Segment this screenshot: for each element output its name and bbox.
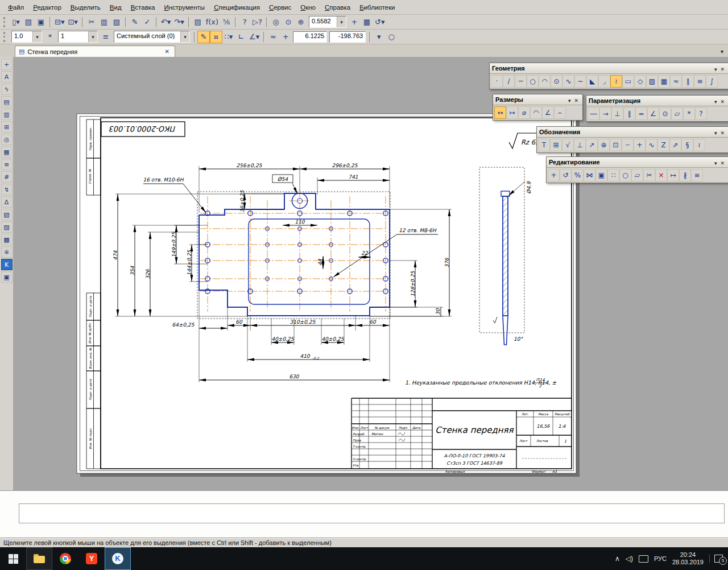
designations-palette-titlebar[interactable]: Обозначения ▾✕ — [537, 127, 728, 138]
toolbar-separator[interactable] — [263, 32, 264, 42]
panel-hatch-icon[interactable]: ▧ — [1, 209, 13, 220]
close-icon[interactable]: ✕ — [718, 130, 726, 136]
linear-dimension-icon[interactable]: ↦ — [506, 106, 518, 119]
auto-dimension-icon[interactable]: ↔ — [494, 106, 506, 119]
coordinates-button[interactable]: + — [279, 31, 292, 43]
tab-list-chevron-icon[interactable]: ▾ — [721, 48, 723, 55]
segment-icon[interactable]: ─ — [515, 75, 527, 88]
equal-icon[interactable]: = — [635, 108, 647, 120]
delete-segment-icon[interactable]: × — [655, 169, 667, 181]
chamfer-icon[interactable]: ◣ — [586, 75, 598, 88]
chevron-down-icon[interactable]: ▾ — [32, 31, 42, 42]
close-icon[interactable]: ✕ — [572, 98, 580, 104]
panel-ref-icon[interactable]: ※ — [1, 246, 13, 258]
section-icon[interactable]: § — [681, 139, 693, 151]
copy-icon[interactable]: ▣ — [595, 169, 607, 181]
tray-chevron-up-icon[interactable]: ∧ — [615, 555, 620, 563]
fillet-icon[interactable]: ◞ — [598, 75, 610, 88]
rotate-icon[interactable]: ↺ — [560, 169, 572, 181]
horizontal-constraint-icon[interactable]: ― — [588, 108, 599, 120]
panel-kompas-icon[interactable]: K — [1, 259, 13, 270]
position-mark-icon[interactable]: ⊕ — [598, 139, 610, 151]
fix-point-icon[interactable]: ▱ — [671, 108, 683, 120]
tolerance-frame-icon[interactable]: ⊡ — [610, 139, 622, 151]
pan-button[interactable]: + — [348, 16, 361, 28]
library-manager-button[interactable]: ▤ — [192, 16, 204, 28]
line-style-button[interactable]: * — [44, 31, 56, 43]
ellipse-icon[interactable]: ⊙ — [551, 75, 562, 88]
line-weight-combo[interactable]: 1.0 ▾ — [11, 31, 42, 43]
datum-icon[interactable]: ⊥ — [574, 139, 586, 151]
move-icon[interactable]: + — [548, 169, 560, 181]
spline-icon[interactable]: ∫ — [706, 75, 718, 88]
panel-snap-icon[interactable]: ϟ — [1, 84, 13, 95]
copy-properties-button[interactable]: ✎ — [129, 16, 141, 28]
variables-button[interactable]: f(x) — [204, 16, 220, 28]
perpendicular-icon[interactable]: ⊥ — [611, 108, 623, 120]
align-icon[interactable]: ≡ — [691, 169, 703, 181]
context-help-button[interactable]: ▷? — [251, 16, 264, 28]
panel-text-icon[interactable]: A — [1, 71, 13, 82]
open-button[interactable]: ▤ — [22, 16, 35, 28]
parallel-icon[interactable]: ∥ — [623, 108, 635, 120]
close-icon[interactable]: ✕ — [163, 48, 171, 55]
redo-button[interactable]: ↷▾ — [172, 16, 185, 28]
panel-arrow-icon[interactable]: ↯ — [1, 184, 13, 195]
taskbar-yandex-button[interactable]: Y — [78, 547, 105, 570]
deform-icon[interactable]: ▱ — [631, 169, 643, 181]
offset-curve-icon[interactable]: ≈ — [670, 75, 682, 88]
point-icon[interactable]: · — [491, 75, 503, 88]
action-center-button[interactable]: 5 — [709, 554, 725, 563]
undo-button[interactable]: ↶▾ — [159, 16, 172, 28]
rebuild-button[interactable]: ↺▾ — [373, 16, 386, 28]
zoom-sheet-button[interactable]: ⊙ — [282, 16, 295, 28]
bezier-curve-icon[interactable]: ~ — [574, 75, 586, 88]
toolbar-separator[interactable] — [194, 32, 195, 42]
collapse-icon[interactable]: ▾ — [713, 130, 719, 136]
collect-contour-icon[interactable]: ▦ — [658, 75, 670, 88]
taskbar-clock[interactable]: 20:24 28.03.2019 — [672, 551, 704, 566]
parametrization-palette-titlebar[interactable]: Параметризация ▾✕ — [586, 96, 728, 106]
panel-table-icon[interactable]: # — [1, 171, 13, 183]
cut-line-icon[interactable]: Z — [657, 139, 669, 151]
zoom-selected-button[interactable]: ◎ — [270, 16, 282, 28]
text-icon[interactable]: T — [538, 139, 550, 151]
help-button[interactable]: ? — [238, 16, 251, 28]
document-tab[interactable]: ▤ Стенка передняя ✕ — [15, 46, 175, 57]
collapse-icon[interactable]: ▾ — [566, 98, 573, 104]
circle-icon[interactable]: ○ — [527, 75, 539, 88]
toolbar-separator[interactable] — [156, 17, 157, 27]
collapse-icon[interactable]: ▾ — [713, 160, 719, 166]
panel-grid-icon[interactable]: ⊞ — [1, 121, 13, 133]
toolbar-grip[interactable] — [3, 32, 7, 42]
keyboard-language[interactable]: РУС — [654, 555, 667, 562]
hatch-icon[interactable]: ▨ — [646, 75, 658, 88]
table-icon[interactable]: ⊞ — [550, 139, 562, 151]
panel-doc-icon[interactable]: ▣ — [1, 271, 13, 283]
panel-sheet-icon[interactable]: ▤ — [1, 96, 13, 108]
taskbar-kompas-button[interactable]: K — [105, 547, 131, 570]
toolbar-options-button[interactable]: ▾ — [373, 31, 385, 43]
collapse-icon[interactable]: ▾ — [713, 67, 719, 72]
menu-libraries[interactable]: Библиотеки — [355, 2, 399, 13]
toolbar-separator[interactable] — [235, 17, 236, 27]
copy-button[interactable]: ▥ — [98, 16, 110, 28]
collapse-icon[interactable]: ▾ — [713, 99, 719, 105]
toolbar-grip[interactable] — [3, 17, 7, 27]
axis-line-icon[interactable]: ┄ — [622, 139, 634, 151]
start-button[interactable] — [0, 547, 26, 570]
grid-copy-icon[interactable]: ∷ — [607, 169, 619, 181]
view-arrow-icon[interactable]: ⇗ — [669, 139, 681, 151]
panel-fragment-icon[interactable]: ▥ — [1, 109, 13, 120]
trim-curve-icon[interactable]: ✂ — [643, 169, 655, 181]
refresh-image-button[interactable]: ▦ — [361, 16, 373, 28]
tangent-icon[interactable]: * — [683, 108, 695, 120]
panel-list-icon[interactable]: ≡ — [1, 159, 13, 170]
menu-view[interactable]: Вид — [105, 2, 126, 13]
panel-select-icon[interactable]: + — [1, 59, 13, 70]
zoom-combo[interactable]: 0.5582 ▾ — [309, 16, 346, 28]
print-button[interactable]: ⊟▾ — [53, 16, 66, 28]
panel-layers-icon[interactable]: ▦ — [1, 146, 13, 158]
continuous-input-icon[interactable]: ≀ — [610, 75, 622, 88]
toolbar-separator[interactable] — [49, 17, 51, 27]
